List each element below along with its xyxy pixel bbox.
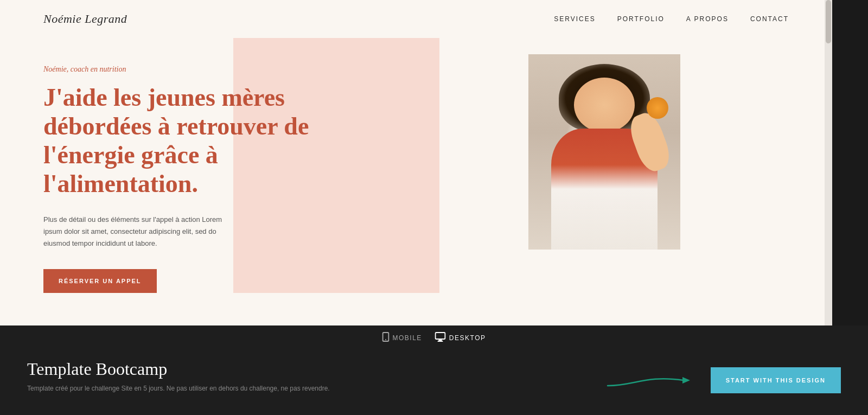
- template-title: Template Bootcamp: [27, 359, 330, 379]
- start-design-button[interactable]: START WITH THIS DESIGN: [711, 367, 841, 393]
- hero-subtitle: Noémie, coach en nutrition: [43, 65, 326, 74]
- cta-area: START WITH THIS DESIGN: [602, 367, 841, 393]
- hero-title: J'aide les jeunes mères débordées à retr…: [43, 84, 326, 199]
- bottom-content: Template Bootcamp Template créé pour le …: [27, 359, 330, 392]
- svg-rect-2: [436, 333, 445, 339]
- arrow-graphic: [602, 369, 700, 391]
- desktop-view-button[interactable]: DESKTOP: [435, 332, 486, 343]
- mobile-view-button[interactable]: MOBILE: [382, 332, 422, 343]
- person-photo: [528, 54, 680, 250]
- nav-link-services[interactable]: SERVICES: [554, 15, 595, 23]
- mobile-icon: [382, 332, 390, 343]
- template-description: Template créé pour le challenge Site en …: [27, 385, 330, 392]
- scrollbar-track[interactable]: [825, 0, 832, 325]
- navigation: Noémie Legrand SERVICES PORTFOLIO A PROP…: [0, 0, 832, 38]
- nav-link-portfolio[interactable]: PORTFOLIO: [617, 15, 665, 23]
- preview-area: Noémie Legrand SERVICES PORTFOLIO A PROP…: [0, 0, 832, 325]
- view-toggle: MOBILE DESKTOP: [372, 325, 497, 350]
- face-decoration: [574, 78, 635, 132]
- mobile-label: MOBILE: [393, 334, 422, 342]
- desktop-label: DESKTOP: [449, 334, 486, 342]
- fruit-decoration: [647, 97, 668, 119]
- bottom-bar: MOBILE DESKTOP Template Bootcamp Templat…: [0, 325, 868, 415]
- hero-content: Noémie, coach en nutrition J'aide les je…: [43, 54, 326, 293]
- nav-link-apropos[interactable]: A PROPOS: [686, 15, 729, 23]
- svg-marker-5: [682, 377, 690, 384]
- hero-description: Plus de détail ou des éléments sur l'app…: [43, 214, 228, 250]
- nav-link-contact[interactable]: CONTACT: [750, 15, 789, 23]
- svg-point-1: [385, 339, 386, 340]
- hero-section: Noémie, coach en nutrition J'aide les je…: [0, 38, 832, 315]
- site-logo[interactable]: Noémie Legrand: [43, 12, 127, 26]
- hero-image: [528, 54, 680, 250]
- scrollbar-thumb[interactable]: [826, 0, 831, 43]
- svg-rect-4: [438, 341, 443, 342]
- desktop-icon: [435, 332, 446, 343]
- hero-cta-button[interactable]: RÉSERVER UN APPEL: [43, 269, 157, 293]
- nav-links: SERVICES PORTFOLIO A PROPOS CONTACT: [554, 15, 789, 23]
